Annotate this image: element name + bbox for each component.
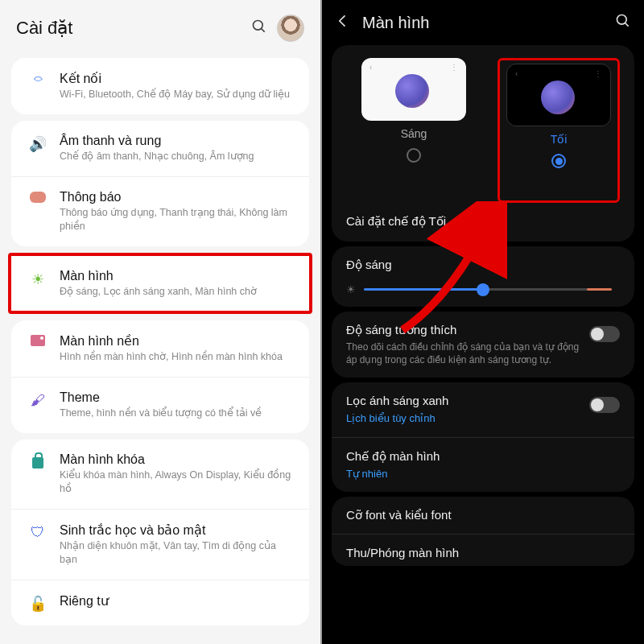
item-label: Kết nối xyxy=(60,71,295,86)
more-display-card: Lọc ánh sáng xanh Lịch biểu tùy chỉnh Ch… xyxy=(332,382,634,492)
item-sub: Kiểu khóa màn hình, Always On Display, K… xyxy=(60,469,295,496)
svg-line-3 xyxy=(625,23,629,27)
highlight-display: ☀ Màn hình Độ sáng, Lọc ánh sáng xanh, M… xyxy=(8,253,312,315)
svg-line-1 xyxy=(262,29,265,32)
adaptive-sub: Theo dõi cách điều chỉnh độ sáng của bạn… xyxy=(346,341,589,366)
brightness-label: Độ sáng xyxy=(346,258,620,272)
item-label: Riêng tư xyxy=(60,593,295,609)
dark-preview: ‹⋮ xyxy=(506,64,611,126)
wallpaper-icon xyxy=(26,335,50,346)
screenmode-label: Chế độ màn hình xyxy=(346,449,620,464)
settings-pane: Cài đặt ⌔ Kết nối Wi-Fi, Bluetooth, Chế … xyxy=(0,0,322,644)
page-title: Cài đặt xyxy=(16,18,251,39)
settings-group-4: Màn hình khóa Kiểu khóa màn hình, Always… xyxy=(11,440,309,625)
theme-icon: 🖌 xyxy=(26,392,50,409)
theme-option-dark[interactable]: ‹⋮ Tối xyxy=(506,64,611,168)
dark-mode-settings-link[interactable]: Cài đặt chế độ Tối xyxy=(346,214,620,229)
item-label: Theme xyxy=(60,390,295,405)
search-icon[interactable] xyxy=(615,13,631,32)
item-sub: Nhận diện khuôn mặt, Vân tay, Tìm di độn… xyxy=(60,539,295,567)
settings-item-display[interactable]: ☀ Màn hình Độ sáng, Lọc ánh sáng xanh, M… xyxy=(11,256,309,312)
adaptive-label: Độ sáng tương thích xyxy=(346,323,589,337)
item-sub: Wi-Fi, Bluetooth, Chế độ Máy bay, Sử dụn… xyxy=(60,88,295,101)
settings-header: Cài đặt xyxy=(0,0,320,52)
item-label: Màn hình khóa xyxy=(60,452,295,467)
item-sub: Hình nền màn hình chờ, Hình nền màn hình… xyxy=(60,350,295,364)
search-icon[interactable] xyxy=(251,19,267,38)
theme-option-light[interactable]: ‹⋮ Sáng xyxy=(346,58,481,203)
profile-avatar[interactable] xyxy=(277,14,304,42)
svg-point-0 xyxy=(254,21,263,31)
item-sub: Độ sáng, Lọc ánh sáng xanh, Màn hình chờ xyxy=(60,285,295,299)
settings-item-biometrics[interactable]: 🛡 Sinh trắc học và bảo mật Nhận diện khu… xyxy=(11,510,309,580)
bluelight-toggle[interactable] xyxy=(589,397,620,413)
settings-item-wallpaper[interactable]: Màn hình nền Hình nền màn hình chờ, Hình… xyxy=(11,320,309,378)
item-sub: Thông báo ứng dụng, Thanh trạng thái, Kh… xyxy=(60,206,295,233)
highlight-dark-mode: ‹⋮ Tối xyxy=(497,58,620,203)
wifi-icon: ⌔ xyxy=(26,72,50,89)
item-label: Màn hình nền xyxy=(60,333,295,349)
bluelight-label: Lọc ánh sáng xanh xyxy=(346,394,589,408)
item-label: Âm thanh và rung xyxy=(60,134,295,148)
settings-item-theme[interactable]: 🖌 Theme Theme, hình nền và biểu tượng có… xyxy=(11,378,309,433)
item-label: Màn hình xyxy=(60,269,295,283)
sound-icon: 🔊 xyxy=(26,135,50,153)
settings-item-notifications[interactable]: Thông báo Thông báo ứng dụng, Thanh trạn… xyxy=(11,177,309,246)
settings-item-lockscreen[interactable]: Màn hình khóa Kiểu khóa màn hình, Always… xyxy=(11,440,309,510)
sun-dim-icon: ☀ xyxy=(346,283,356,295)
brightness-card: Độ sáng ☀ xyxy=(332,246,634,307)
blue-light-row[interactable]: Lọc ánh sáng xanh Lịch biểu tùy chỉnh xyxy=(346,394,620,426)
slider-thumb[interactable] xyxy=(477,283,489,296)
adaptive-toggle[interactable] xyxy=(589,326,620,342)
item-sub: Chế độ âm thanh, Nhạc chuông, Âm lượng xyxy=(60,150,295,163)
adaptive-brightness-card: Độ sáng tương thích Theo dõi cách điều c… xyxy=(332,312,634,378)
privacy-icon: 🔓 xyxy=(26,595,50,613)
settings-group-3: Màn hình nền Hình nền màn hình chờ, Hình… xyxy=(11,320,309,433)
radio-dark[interactable] xyxy=(551,154,566,168)
settings-item-privacy[interactable]: 🔓 Riêng tư xyxy=(11,580,309,625)
shield-icon: 🛡 xyxy=(26,524,50,541)
font-size-row[interactable]: Cỡ font và kiểu font xyxy=(346,508,620,522)
page-title: Màn hình xyxy=(362,14,615,32)
back-icon[interactable] xyxy=(335,13,351,32)
display-header: Màn hình xyxy=(322,0,644,40)
item-label: Thông báo xyxy=(60,190,295,204)
light-preview: ‹⋮ xyxy=(361,58,466,121)
lock-icon xyxy=(26,454,50,469)
item-sub: Theme, hình nền và biểu tượng có thể tải… xyxy=(60,407,295,420)
screen-zoom-row[interactable]: Thu/Phóng màn hình xyxy=(346,546,620,559)
theme-label-light: Sáng xyxy=(401,127,427,140)
display-settings-pane: Màn hình ‹⋮ Sáng ‹⋮ Tối xyxy=(322,0,644,644)
radio-light[interactable] xyxy=(407,148,421,163)
settings-group-2: 🔊 Âm thanh và rung Chế độ âm thanh, Nhạc… xyxy=(11,121,309,246)
screenmode-sub: Tự nhiên xyxy=(346,467,620,481)
theme-mode-card: ‹⋮ Sáng ‹⋮ Tối Cài đặt chế độ Tối xyxy=(332,45,634,242)
screen-mode-row[interactable]: Chế độ màn hình Tự nhiên xyxy=(346,449,620,481)
theme-label-dark: Tối xyxy=(551,133,568,146)
bluelight-sub: Lịch biểu tùy chỉnh xyxy=(346,411,589,426)
notification-icon xyxy=(26,192,50,203)
display-icon: ☀ xyxy=(26,270,50,288)
item-label: Sinh trắc học và bảo mật xyxy=(60,522,295,538)
settings-item-sound[interactable]: 🔊 Âm thanh và rung Chế độ âm thanh, Nhạc… xyxy=(11,121,309,177)
settings-group-1: ⌔ Kết nối Wi-Fi, Bluetooth, Chế độ Máy b… xyxy=(11,58,309,114)
brightness-slider[interactable]: ☀ xyxy=(346,283,620,295)
settings-item-connections[interactable]: ⌔ Kết nối Wi-Fi, Bluetooth, Chế độ Máy b… xyxy=(11,58,309,114)
font-card: Cỡ font và kiểu font Thu/Phóng màn hình xyxy=(332,497,634,566)
svg-point-2 xyxy=(617,15,627,25)
